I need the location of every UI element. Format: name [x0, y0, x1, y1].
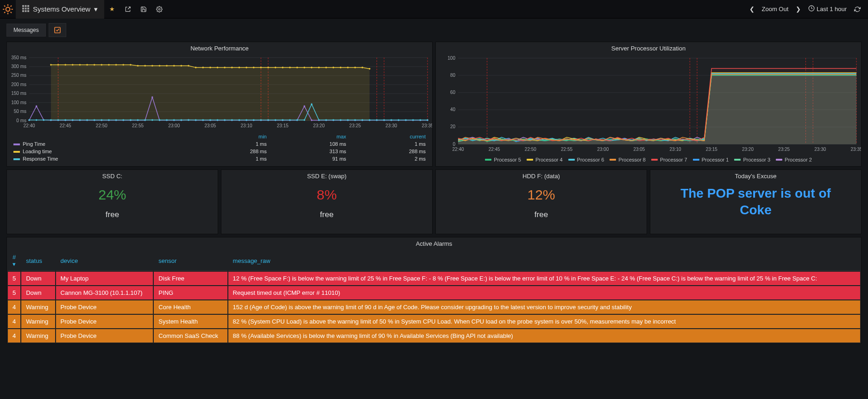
- panel-excuse[interactable]: Today's Excuse The POP server is out of …: [650, 169, 862, 234]
- column-header[interactable]: device: [56, 251, 153, 271]
- svg-point-151: [50, 119, 52, 121]
- stat-value: 12%: [527, 187, 555, 203]
- legend-item[interactable]: Processor 6: [568, 157, 604, 162]
- svg-point-103: [50, 64, 52, 66]
- svg-point-195: [369, 119, 371, 121]
- legend-item[interactable]: Processor 3: [734, 157, 770, 162]
- svg-point-136: [289, 67, 291, 69]
- svg-point-104: [57, 64, 59, 66]
- svg-point-64: [151, 96, 153, 98]
- svg-point-159: [108, 119, 110, 121]
- legend-item[interactable]: Loading time288 ms313 ms288 ms: [11, 148, 428, 155]
- legend-item[interactable]: Ping Time1 ms108 ms1 ms: [11, 140, 428, 148]
- time-forward-button[interactable]: ❯: [793, 0, 804, 19]
- legend-item[interactable]: Processor 4: [527, 157, 563, 162]
- time-range-label: Last 1 hour: [817, 6, 847, 12]
- panel-ssd-c[interactable]: SSD C: 24% free: [6, 169, 218, 234]
- column-header[interactable]: # ▾: [8, 251, 20, 271]
- svg-text:23:20: 23:20: [742, 147, 754, 152]
- svg-text:23:35: 23:35: [850, 147, 861, 152]
- panel-cpu-utilization[interactable]: Server Processor Utilization 02040608010…: [435, 42, 862, 167]
- svg-point-131: [253, 67, 255, 69]
- legend-item[interactable]: Processor 5: [485, 157, 521, 162]
- panel-title: SSD C:: [102, 170, 122, 181]
- svg-point-123: [195, 67, 197, 69]
- legend-item[interactable]: Processor 2: [776, 157, 812, 162]
- svg-text:23:15: 23:15: [706, 147, 717, 152]
- network-chart[interactable]: 0 ms50 ms100 ms150 ms200 ms250 ms300 ms3…: [7, 53, 432, 131]
- svg-rect-5: [25, 7, 27, 9]
- svg-point-191: [340, 119, 342, 121]
- svg-point-174: [217, 119, 219, 121]
- table-row[interactable]: 4WarningProbe DeviceCore Health152 d (Ag…: [8, 300, 860, 314]
- chevron-down-icon: ▾: [94, 5, 98, 13]
- tab-messages[interactable]: Messages: [6, 24, 46, 37]
- time-range-button[interactable]: Last 1 hour: [805, 0, 849, 19]
- svg-text:22:50: 22:50: [96, 123, 107, 128]
- svg-point-111: [108, 64, 110, 66]
- svg-point-203: [427, 119, 428, 121]
- svg-text:200 ms: 200 ms: [11, 82, 26, 87]
- grafana-logo[interactable]: [0, 0, 16, 19]
- svg-point-152: [57, 119, 59, 121]
- svg-point-108: [86, 64, 88, 66]
- panel-hdd-f[interactable]: HDD F: (data) 12% free: [435, 169, 647, 234]
- panel-title: Active Alarms: [7, 237, 861, 250]
- svg-point-48: [36, 106, 38, 107]
- svg-point-172: [202, 119, 204, 121]
- svg-text:23:05: 23:05: [633, 147, 645, 152]
- svg-point-148: [28, 119, 30, 121]
- table-row[interactable]: 5DownCannon MG-3100 (10.1.1.107)PINGRequ…: [8, 286, 860, 299]
- refresh-button[interactable]: [851, 0, 863, 19]
- table-row[interactable]: 4WarningProbe DeviceSystem Health82 % (S…: [8, 315, 860, 328]
- panel-active-alarms[interactable]: Active Alarms # ▾statusdevicesensormessa…: [6, 237, 862, 344]
- panel-title: Server Processor Utilization: [436, 42, 861, 53]
- legend-item[interactable]: Response Time1 ms91 ms2 ms: [11, 155, 428, 162]
- svg-point-192: [347, 119, 349, 121]
- table-row[interactable]: 5DownMy LaptopDisk Free12 % (Free Space …: [8, 272, 860, 285]
- svg-text:22:55: 22:55: [132, 123, 144, 128]
- svg-text:60: 60: [450, 90, 456, 95]
- settings-icon[interactable]: [151, 0, 167, 19]
- svg-point-10: [158, 8, 160, 10]
- svg-text:23:20: 23:20: [313, 123, 325, 128]
- svg-point-122: [188, 65, 189, 67]
- svg-point-153: [64, 119, 66, 121]
- row-toggle-button[interactable]: [49, 23, 66, 37]
- svg-point-178: [245, 119, 247, 121]
- legend-item[interactable]: Processor 1: [693, 157, 729, 162]
- panel-network-performance[interactable]: Network Performance 0 ms50 ms100 ms150 m…: [6, 42, 433, 167]
- share-icon[interactable]: [120, 0, 136, 19]
- panel-title: HDD F: (data): [522, 170, 560, 181]
- zoom-out-button[interactable]: Zoom Out: [759, 0, 792, 19]
- svg-point-154: [72, 119, 74, 121]
- save-icon[interactable]: [136, 0, 151, 19]
- legend-item[interactable]: Processor 7: [651, 157, 687, 162]
- svg-point-114: [130, 64, 132, 66]
- time-back-button[interactable]: ❮: [747, 0, 757, 19]
- star-icon[interactable]: ★: [104, 0, 120, 19]
- svg-text:150 ms: 150 ms: [11, 91, 26, 96]
- cpu-chart[interactable]: 02040608010022:4022:4522:5022:5523:0023:…: [436, 53, 861, 155]
- svg-point-121: [181, 65, 182, 67]
- svg-point-107: [79, 64, 81, 66]
- svg-rect-2: [25, 5, 27, 7]
- dashboard-picker-button[interactable]: Systems Overview ▾: [16, 0, 104, 19]
- svg-point-197: [383, 119, 385, 121]
- svg-text:22:50: 22:50: [525, 147, 536, 152]
- svg-point-185: [296, 119, 298, 121]
- svg-text:23:30: 23:30: [385, 123, 397, 128]
- column-header[interactable]: sensor: [154, 251, 227, 271]
- column-header[interactable]: message_raw: [228, 251, 860, 271]
- svg-point-173: [209, 119, 211, 121]
- svg-text:23:25: 23:25: [778, 147, 790, 152]
- legend-item[interactable]: Processor 8: [610, 157, 646, 162]
- column-header[interactable]: status: [21, 251, 55, 271]
- stat-value: 24%: [98, 187, 126, 203]
- svg-point-117: [151, 65, 153, 67]
- svg-text:22:55: 22:55: [561, 147, 572, 152]
- panel-ssd-e[interactable]: SSD E: (swap) 8% free: [221, 169, 433, 234]
- table-row[interactable]: 4WarningProbe DeviceCommon SaaS Check88 …: [8, 329, 860, 343]
- cpu-legend: Processor 5Processor 4Processor 6Process…: [436, 155, 861, 166]
- dashboard-icon: [22, 5, 29, 13]
